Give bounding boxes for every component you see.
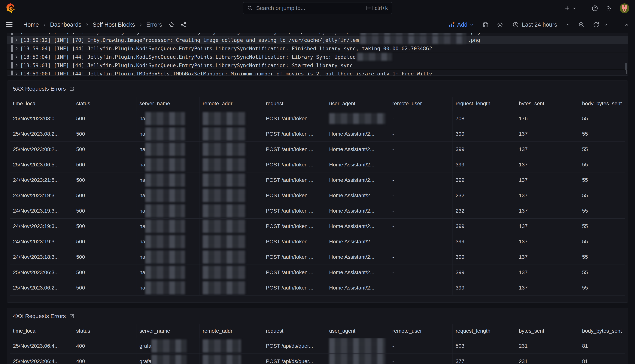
panel-title[interactable]: 4XX Requests Errors — [13, 313, 66, 319]
panel-title[interactable]: 5XX Requests Errors — [13, 86, 66, 92]
favorite-button[interactable] — [168, 22, 175, 28]
search-input[interactable] — [256, 5, 366, 12]
column-header[interactable]: server_name — [136, 97, 200, 111]
cell-remote-addr — [200, 354, 263, 364]
user-avatar[interactable] — [620, 4, 629, 13]
cell-remote-user: - — [389, 249, 452, 264]
breadcrumb-dashboards[interactable]: Dashboards — [50, 22, 82, 28]
column-header[interactable]: server_name — [136, 324, 200, 338]
external-link-icon[interactable] — [69, 86, 74, 92]
column-header[interactable]: remote_user — [389, 324, 452, 338]
share-button[interactable] — [180, 22, 186, 28]
breadcrumb-folder[interactable]: Self Host Blocks — [93, 22, 135, 28]
table-row: 25/Nov/2023:06:4... 400 grafa POST /api/… — [10, 354, 625, 364]
column-header[interactable]: request_length — [452, 324, 516, 338]
cell-remote-addr — [200, 142, 263, 157]
keyboard-icon — [366, 6, 372, 10]
expand-log-icon[interactable] — [15, 63, 18, 67]
column-header[interactable]: body_bytes_sent — [579, 97, 625, 111]
cell-server-name: grafa — [136, 338, 200, 354]
cell-remote-addr — [200, 126, 263, 142]
dashboard-settings-button[interactable] — [497, 22, 504, 28]
graph-bar-add-icon — [448, 22, 455, 28]
cell-server-name: ha — [136, 188, 200, 203]
log-row[interactable]: [13:59:01] [INF] [44] Jellyfin.Plugin.Ko… — [7, 61, 628, 70]
new-button[interactable] — [564, 5, 576, 11]
cell-remote-user: - — [389, 354, 452, 364]
column-header[interactable]: time_local — [10, 97, 73, 111]
column-header[interactable]: remote_user — [389, 97, 452, 111]
refresh-interval-dropdown[interactable] — [604, 23, 608, 27]
cell-request: POST /api/ds/quer... — [263, 354, 326, 364]
collapse-toolbar-button[interactable] — [624, 22, 629, 28]
panel-resize-grip[interactable] — [622, 70, 626, 74]
column-header[interactable]: user_agent — [326, 97, 389, 111]
column-header[interactable]: remote_addr — [200, 97, 263, 111]
expand-log-icon[interactable] — [15, 72, 18, 76]
column-header[interactable]: time_local — [10, 324, 73, 338]
mega-menu-button[interactable] — [6, 22, 13, 28]
logs-panel: [13:59:12] [INF] [70] Emby.Drawing.Image… — [7, 33, 628, 76]
column-header[interactable]: request_length — [452, 97, 516, 111]
column-header[interactable]: body_bytes_sent — [579, 324, 625, 338]
chevron-right-icon — [139, 23, 142, 27]
chevron-down-icon[interactable] — [566, 23, 570, 27]
cell-time-local: 24/Nov/2023:19:3... — [10, 234, 73, 249]
table-row: 25/Nov/2023:06:5... 500 ha POST /auth/to… — [10, 157, 625, 172]
cell-server-name: ha — [136, 172, 200, 188]
log-row[interactable]: [13:59:12] [INF] [70] Emby.Drawing.Image… — [7, 33, 628, 36]
expand-log-icon[interactable] — [15, 33, 18, 34]
log-scrollbar-thumb[interactable] — [625, 63, 627, 70]
save-dashboard-button[interactable] — [482, 22, 489, 28]
add-panel-button[interactable]: Add — [447, 21, 474, 28]
clock-icon — [512, 22, 519, 28]
log-row[interactable]: [13:59:12] [INF] [70] Emby.Drawing.Image… — [7, 36, 628, 44]
redacted-remote-addr — [203, 220, 246, 233]
zoom-out-button[interactable] — [578, 22, 585, 28]
cell-request-length: 399 — [452, 142, 516, 157]
search-box[interactable]: ctrl+k — [243, 2, 392, 14]
cell-bytes-sent: 176 — [516, 111, 579, 126]
cell-bytes-sent: 137 — [516, 203, 579, 218]
grafana-logo-icon[interactable] — [6, 3, 16, 14]
column-header[interactable]: user_agent — [326, 324, 389, 338]
refresh-group — [593, 22, 608, 28]
column-header[interactable]: request — [263, 97, 326, 111]
time-range-picker[interactable]: Last 24 hours — [511, 21, 558, 28]
gear-icon — [497, 22, 504, 28]
cell-body-bytes-sent: 55 — [579, 203, 625, 218]
redacted-remote-addr — [203, 158, 246, 171]
news-button[interactable] — [606, 5, 612, 12]
column-header[interactable]: request — [263, 324, 326, 338]
expand-log-icon[interactable] — [15, 38, 18, 42]
panel-header: 4XX Requests Errors — [10, 308, 625, 319]
column-header[interactable]: bytes_sent — [516, 324, 579, 338]
help-button[interactable] — [592, 5, 598, 12]
log-row[interactable]: [13:59:04] [INF] [44] Jellyfin.Plugin.Ko… — [7, 44, 628, 52]
column-header[interactable]: bytes_sent — [516, 97, 579, 111]
chevron-right-icon — [42, 23, 46, 27]
log-row[interactable]: [13:59:04] [INF] [44] Jellyfin.Plugin.Ko… — [7, 52, 628, 61]
log-level-bar — [11, 62, 13, 68]
topbar-actions — [564, 4, 629, 13]
column-header[interactable]: status — [73, 324, 136, 338]
column-header[interactable]: remote_addr — [200, 324, 263, 338]
refresh-button[interactable] — [593, 22, 600, 28]
cell-status: 400 — [73, 338, 136, 354]
cell-time-local: 25/Nov/2023:06:4... — [10, 354, 73, 364]
expand-log-icon[interactable] — [15, 55, 18, 59]
cell-server-name: ha — [136, 234, 200, 249]
redacted-server-name — [145, 143, 185, 156]
cell-bytes-sent: 137 — [516, 265, 579, 280]
cell-body-bytes-sent: 55 — [579, 188, 625, 203]
cell-request: POST /auth/token ... — [263, 249, 326, 264]
column-header[interactable]: status — [73, 97, 136, 111]
log-row[interactable]: [13:59:00] [INF] [44] Jellyfin.Plugin.TM… — [7, 70, 628, 76]
external-link-icon[interactable] — [69, 314, 74, 319]
expand-log-icon[interactable] — [15, 46, 18, 50]
cell-user-agent: Home Assistant/2... — [326, 234, 389, 249]
cell-remote-addr — [200, 172, 263, 188]
breadcrumb-home[interactable]: Home — [23, 22, 39, 28]
redacted-server-name — [145, 189, 185, 202]
cell-server-name: ha — [136, 280, 200, 295]
